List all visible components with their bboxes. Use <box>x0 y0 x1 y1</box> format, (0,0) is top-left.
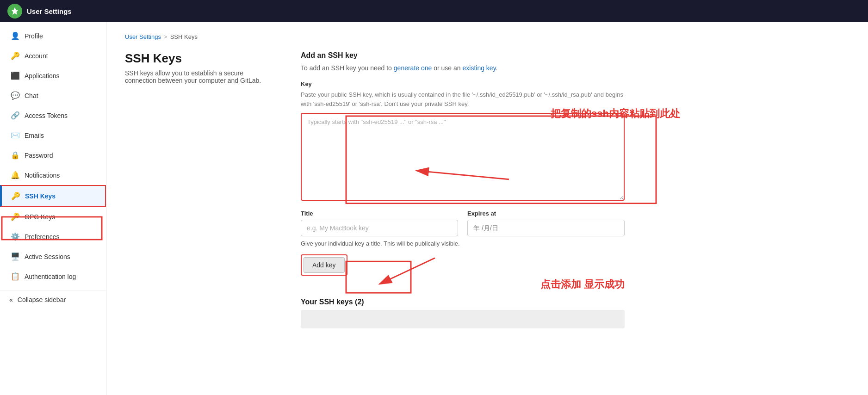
ssh-key-row[interactable] <box>301 310 625 328</box>
sidebar-item-emails[interactable]: ✉️ Emails <box>0 125 106 145</box>
active-sessions-icon: 🖥️ <box>11 252 19 261</box>
gpg-keys-icon: 🔑 <box>11 212 19 221</box>
key-field-label: Key <box>301 80 625 87</box>
public-note: Give your individual key a title. This w… <box>301 240 625 247</box>
existing-key-link[interactable]: existing key <box>463 64 496 72</box>
breadcrumb-parent[interactable]: User Settings <box>125 33 161 40</box>
sidebar-item-chat[interactable]: 💬 Chat <box>0 86 106 105</box>
sidebar-item-gpg-keys[interactable]: 🔑 GPG Keys <box>0 207 106 227</box>
sidebar-label-ssh-keys: SSH Keys <box>25 192 56 200</box>
sidebar-label-chat: Chat <box>25 92 38 99</box>
breadcrumb-current: SSH Keys <box>170 33 198 40</box>
click-annotation-text: 点击添加 显示成功 <box>540 278 625 290</box>
password-icon: 🔒 <box>11 151 19 160</box>
sidebar-item-preferences[interactable]: ⚙️ Preferences <box>0 227 106 247</box>
page-description: SSH keys allow you to establish a secure… <box>125 69 273 84</box>
sidebar-label-preferences: Preferences <box>25 233 59 241</box>
ssh-keys-icon: 🔑 <box>11 191 19 200</box>
sidebar-label-applications: Applications <box>25 72 60 80</box>
profile-icon: 👤 <box>11 31 19 40</box>
collapse-sidebar-button[interactable]: « Collapse sidebar <box>0 290 106 309</box>
sidebar-label-password: Password <box>25 152 53 159</box>
add-key-button[interactable]: Add key <box>304 257 345 273</box>
key-textarea[interactable] <box>301 113 625 201</box>
sidebar-item-password[interactable]: 🔒 Password <box>0 145 106 165</box>
expires-group: Expires at <box>467 210 625 236</box>
sidebar-item-ssh-keys[interactable]: 🔑 SSH Keys <box>0 185 106 207</box>
collapse-icon: « <box>9 296 13 303</box>
sidebar-item-access-tokens[interactable]: 🔗 Access Tokens <box>0 105 106 125</box>
sidebar-item-active-sessions[interactable]: 🖥️ Active Sessions <box>0 247 106 266</box>
title-group: Title <box>301 210 458 236</box>
intro-or-text: or use an <box>432 64 462 72</box>
sidebar-label-auth-log: Authentication log <box>25 273 76 280</box>
add-ssh-intro: To add an SSH key you need to generate o… <box>301 63 625 73</box>
breadcrumb: User Settings > SSH Keys <box>125 33 849 40</box>
top-bar: User Settings <box>0 0 868 22</box>
intro-text-prefix: To add an SSH key you need to <box>301 64 394 72</box>
add-key-button-wrapper: Add key <box>301 254 347 276</box>
sidebar-label-profile: Profile <box>25 32 43 40</box>
sidebar-item-profile[interactable]: 👤 Profile <box>0 26 106 46</box>
sidebar-label-active-sessions: Active Sessions <box>25 253 70 260</box>
intro-trailing: . <box>496 64 498 72</box>
sidebar-label-emails: Emails <box>25 132 44 139</box>
app-title: User Settings <box>27 7 72 15</box>
chat-icon: 💬 <box>11 91 19 100</box>
emails-icon: ✉️ <box>11 131 19 140</box>
app-logo <box>7 4 22 19</box>
your-keys-title: Your SSH keys (2) <box>301 298 625 306</box>
notifications-icon: 🔔 <box>11 171 19 179</box>
sidebar-item-account[interactable]: 🔑 Account <box>0 46 106 66</box>
preferences-icon: ⚙️ <box>11 232 19 241</box>
account-icon: 🔑 <box>11 51 19 60</box>
access-tokens-icon: 🔗 <box>11 111 19 120</box>
sidebar-item-notifications[interactable]: 🔔 Notifications <box>0 165 106 185</box>
collapse-sidebar-label: Collapse sidebar <box>18 296 66 303</box>
sidebar-label-gpg-keys: GPG Keys <box>25 213 55 221</box>
key-field-hint: Paste your public SSH key, which is usua… <box>301 90 625 108</box>
add-ssh-section-title: Add an SSH key <box>301 51 625 60</box>
content-area: User Settings > SSH Keys SSH Keys SSH ke… <box>106 22 868 395</box>
expires-input[interactable] <box>467 220 625 236</box>
sidebar-label-account: Account <box>25 52 48 60</box>
auth-log-icon: 📋 <box>11 272 19 281</box>
sidebar-label-notifications: Notifications <box>25 172 60 179</box>
sidebar-label-access-tokens: Access Tokens <box>25 112 68 119</box>
click-annotation: 点击添加 显示成功 <box>540 278 625 291</box>
generate-one-link[interactable]: generate one <box>394 64 432 72</box>
page-title: SSH Keys <box>125 51 273 66</box>
expires-field-label: Expires at <box>467 210 625 217</box>
sidebar-item-applications[interactable]: ⬛ Applications <box>0 66 106 86</box>
title-expires-row: Title Expires at <box>301 210 625 236</box>
title-input[interactable] <box>301 220 458 236</box>
applications-icon: ⬛ <box>11 71 19 80</box>
sidebar-item-auth-log[interactable]: 📋 Authentication log <box>0 266 106 286</box>
sidebar: 👤 Profile 🔑 Account ⬛ Applications 💬 Cha… <box>0 22 106 395</box>
breadcrumb-separator: > <box>164 33 167 40</box>
title-field-label: Title <box>301 210 458 217</box>
